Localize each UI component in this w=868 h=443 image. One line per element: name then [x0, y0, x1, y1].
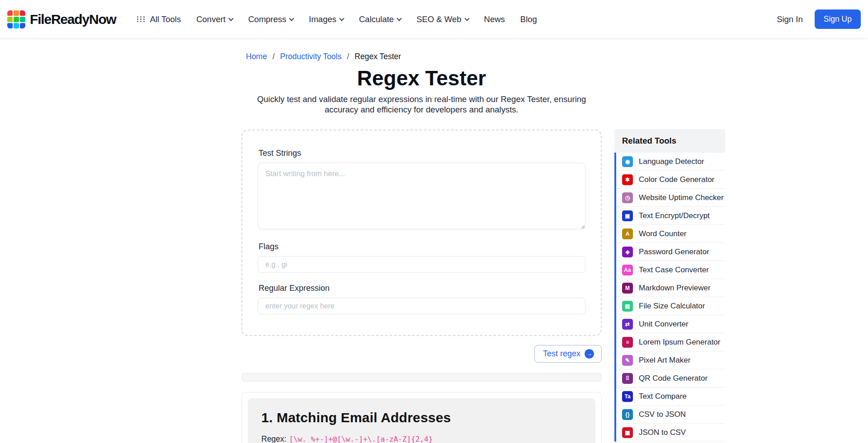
breadcrumb: Home / Productivity Tools / Regex Tester	[246, 52, 725, 61]
nav-item-label: SEO & Web	[416, 14, 461, 24]
tool-item-language-detector[interactable]: ◉ Language Detector	[616, 153, 725, 171]
examples-card: 1. Matching Email Addresses Regex:[\w._%…	[241, 392, 602, 443]
nav-item-all-tools[interactable]: All Tools	[137, 14, 181, 24]
sign-up-button[interactable]: Sign Up	[815, 9, 861, 29]
brand-logo-icon	[7, 10, 25, 28]
breadcrumb-separator: /	[347, 52, 349, 61]
logo-cell	[20, 10, 25, 16]
tool-item-text-compare[interactable]: Ta Text Compare	[616, 387, 725, 406]
language-detector-icon: ◉	[622, 156, 633, 167]
unit-converter-icon: ⇄	[622, 319, 633, 330]
chevron-down-icon	[339, 16, 344, 21]
nav-item-label: Images	[309, 14, 336, 24]
tool-item-website-uptime-checker[interactable]: ◷ Website Uptime Checker	[616, 189, 725, 207]
tool-item-label: Text Case Converter	[639, 266, 709, 275]
page-content: Home / Productivity Tools / Regex Tester…	[241, 52, 725, 443]
breadcrumb-current: Regex Tester	[354, 52, 401, 61]
nav-item-seo-web[interactable]: SEO & Web	[416, 14, 468, 24]
tool-item-markdown-previewer[interactable]: M Markdown Previewer	[616, 279, 725, 297]
test-strings-field: Test Strings	[258, 149, 585, 231]
tool-item-csv-to-json[interactable]: {} CSV to JSON	[616, 406, 725, 424]
example-box: 1. Matching Email Addresses Regex:[\w._%…	[248, 398, 595, 443]
regex-input[interactable]	[258, 298, 585, 314]
navbar-left: FileReadyNow All Tools Convert Compress …	[7, 10, 537, 28]
tool-item-lorem-ipsum-generator[interactable]: ≡ Lorem Ipsum Generator	[616, 333, 725, 351]
test-strings-label: Test Strings	[259, 149, 585, 158]
nav-item-label: All Tools	[150, 14, 181, 24]
flags-input[interactable]	[258, 256, 585, 273]
lorem-ipsum-generator-icon: ≡	[622, 337, 633, 348]
tool-item-unit-converter[interactable]: ⇄ Unit Converter	[616, 315, 725, 333]
tool-item-label: Word Counter	[639, 229, 687, 238]
markdown-previewer-icon: M	[622, 283, 633, 294]
nav-item-label: News	[484, 14, 505, 24]
password-generator-icon: ◈	[622, 247, 633, 257]
csv-to-json-icon: {}	[622, 409, 633, 420]
nav-item-compress[interactable]: Compress	[248, 14, 293, 24]
tool-item-label: File Size Calculator	[639, 302, 705, 311]
nav-item-convert[interactable]: Convert	[196, 14, 233, 24]
color-code-generator-icon: ✱	[622, 174, 633, 185]
nav-item-news[interactable]: News	[484, 14, 505, 24]
example-title: 1. Matching Email Addresses	[261, 410, 582, 425]
example-regex-code: [\w._%+-]+@[\w.-]+\.[a-zA-Z]{2,4}	[289, 435, 433, 443]
tool-item-file-size-calculator[interactable]: ▤ File Size Calculator	[616, 297, 725, 315]
sign-in-link[interactable]: Sign In	[777, 14, 803, 24]
related-tools-list: ◉ Language Detector ✱ Color Code Generat…	[614, 153, 725, 442]
test-strings-textarea[interactable]	[258, 163, 585, 229]
main-column: Regex Tester Quickly test and validate r…	[241, 61, 602, 443]
tool-item-label: Password Generator	[639, 247, 709, 256]
tool-item-json-to-csv[interactable]: ▦ JSON to CSV	[616, 424, 725, 442]
chevron-down-icon	[228, 16, 233, 21]
content-row: Regex Tester Quickly test and validate r…	[241, 61, 725, 443]
related-tools-header: Related Tools	[614, 129, 725, 153]
related-tools-sidebar: Related Tools ◉ Language Detector ✱ Colo…	[614, 129, 725, 442]
tool-item-text-case-converter[interactable]: Aa Text Case Converter	[616, 261, 725, 279]
tool-item-label: Language Detector	[639, 157, 704, 166]
tool-item-label: Text Encrypt/Decrypt	[639, 211, 710, 220]
nav-item-blog[interactable]: Blog	[520, 14, 537, 24]
nav-item-label: Compress	[248, 14, 286, 24]
logo-cell	[20, 23, 25, 28]
breadcrumb-category-link[interactable]: Productivity Tools	[280, 52, 342, 61]
text-compare-icon: Ta	[622, 391, 633, 402]
grid-icon	[137, 16, 146, 22]
main-nav: All Tools Convert Compress Images Calcul…	[137, 14, 537, 24]
tool-item-label: QR Code Generator	[639, 374, 708, 383]
tool-item-password-generator[interactable]: ◈ Password Generator	[616, 243, 725, 261]
file-size-calculator-icon: ▤	[622, 301, 633, 312]
brand-name: FileReadyNow	[30, 12, 116, 27]
tool-item-label: Lorem Ipsum Generator	[639, 338, 720, 347]
chevron-down-icon	[289, 16, 294, 21]
tool-item-color-code-generator[interactable]: ✱ Color Code Generator	[616, 171, 725, 189]
regex-label: Regular Expression	[259, 284, 585, 293]
page-subtitle: Quickly test and validate regular expres…	[243, 94, 600, 115]
qr-code-generator-icon: ⠿	[622, 373, 633, 384]
page-title: Regex Tester	[241, 66, 602, 90]
breadcrumb-home-link[interactable]: Home	[246, 52, 267, 61]
brand-logo[interactable]: FileReadyNow	[7, 10, 116, 28]
tool-item-text-encrypt-decrypt[interactable]: ▣ Text Encrypt/Decrypt	[616, 207, 725, 225]
logo-cell	[14, 23, 19, 28]
tool-item-label: CSV to JSON	[639, 410, 686, 419]
tool-item-qr-code-generator[interactable]: ⠿ QR Code Generator	[616, 369, 725, 387]
tool-item-label: JSON to CSV	[639, 428, 686, 437]
nav-item-images[interactable]: Images	[309, 14, 344, 24]
tool-item-label: Website Uptime Checker	[639, 193, 724, 202]
pixel-art-maker-icon: ✎	[622, 355, 633, 366]
text-encrypt-decrypt-icon: ▣	[622, 210, 633, 221]
chevron-down-icon	[396, 16, 401, 21]
tool-item-label: Markdown Previewer	[639, 284, 711, 293]
nav-item-label: Calculate	[359, 14, 394, 24]
logo-cell	[20, 17, 25, 22]
test-regex-button[interactable]: Test regex	[534, 345, 602, 363]
flags-field: Flags	[258, 242, 585, 273]
nav-item-calculate[interactable]: Calculate	[359, 14, 401, 24]
tool-item-pixel-art-maker[interactable]: ✎ Pixel Art Maker	[616, 351, 725, 369]
arrow-circle-right-icon	[585, 349, 594, 359]
example-regex-label: Regex:	[261, 434, 286, 443]
nav-item-label: Convert	[196, 14, 226, 24]
navbar: FileReadyNow All Tools Convert Compress …	[0, 0, 868, 39]
tool-item-word-counter[interactable]: A Word Counter	[616, 225, 725, 243]
logo-cell	[14, 17, 19, 22]
